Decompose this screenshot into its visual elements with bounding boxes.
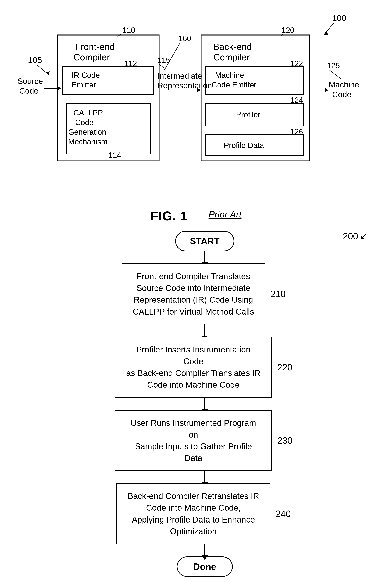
svg-text:Profile Data: Profile Data	[224, 141, 264, 150]
step-220-row: Profiler Inserts Instrumentation Code as…	[115, 337, 295, 398]
step-240-box: Back-end Compiler Retranslates IR Code i…	[116, 483, 270, 544]
svg-text:Code: Code	[19, 86, 38, 95]
svg-marker-2	[324, 31, 328, 35]
step-210-box: Front-end Compiler Translates Source Cod…	[122, 263, 266, 324]
fig2-container: 200 ↙ START Front-end Compiler Translate…	[14, 231, 378, 582]
ref-220: 220	[277, 362, 295, 372]
svg-marker-49	[325, 88, 328, 92]
step-240-text: Back-end Compiler Retranslates IR Code i…	[128, 491, 259, 536]
step-210-row: Front-end Compiler Translates Source Cod…	[122, 263, 288, 324]
svg-text:Machine: Machine	[329, 80, 359, 89]
svg-line-4	[37, 65, 47, 74]
svg-text:Machine: Machine	[215, 71, 244, 80]
svg-text:Code Emitter: Code Emitter	[212, 81, 256, 89]
step-240-row: Back-end Compiler Retranslates IR Code i…	[116, 483, 293, 544]
ref-240: 240	[276, 508, 293, 519]
svg-line-1	[325, 23, 334, 33]
start-node: START	[175, 231, 234, 251]
svg-text:125: 125	[327, 61, 340, 70]
svg-text:160: 160	[178, 34, 191, 43]
step-230-box: User Runs Instrumented Program on Sample…	[115, 410, 272, 471]
page: 100 105 Source Code 110 Front-end Compil…	[0, 0, 392, 582]
step-230-text: User Runs Instrumented Program on Sample…	[130, 418, 256, 463]
svg-text:126: 126	[290, 127, 303, 136]
arrow-3	[204, 398, 205, 410]
ref-210: 210	[270, 289, 288, 299]
svg-text:112: 112	[124, 59, 137, 68]
svg-text:Emitter: Emitter	[72, 81, 96, 89]
svg-text:Compiler: Compiler	[74, 52, 110, 62]
step-230-row: User Runs Instrumented Program on Sample…	[115, 410, 295, 471]
svg-text:Representation: Representation	[157, 81, 212, 90]
step-220-text: Profiler Inserts Instrumentation Code as…	[126, 345, 260, 390]
svg-text:120: 120	[282, 26, 294, 35]
fig1-label: FIG. 1	[150, 209, 188, 223]
svg-text:105: 105	[28, 56, 42, 65]
arrow-1	[204, 251, 205, 263]
arrow-2	[204, 324, 205, 337]
fig1-container: 100 105 Source Code 110 Front-end Compil…	[14, 11, 378, 220]
start-label: START	[190, 236, 220, 246]
svg-text:Code: Code	[75, 118, 94, 127]
fig1-svg: 100 105 Source Code 110 Front-end Compil…	[14, 11, 378, 203]
svg-text:Source: Source	[18, 77, 43, 86]
ref-230: 230	[277, 435, 295, 446]
svg-text:Code: Code	[332, 90, 352, 99]
svg-text:Profiler: Profiler	[236, 110, 260, 119]
svg-text:114: 114	[108, 151, 121, 159]
arrow-5	[204, 544, 205, 556]
arrow-4	[204, 471, 205, 483]
step-220-box: Profiler Inserts Instrumentation Code as…	[115, 337, 272, 398]
step-210-text: Front-end Compiler Translates Source Cod…	[133, 272, 254, 316]
svg-text:Mechanism: Mechanism	[68, 137, 108, 146]
fig1-prior-art: Prior Art	[208, 209, 242, 220]
svg-text:122: 122	[290, 59, 303, 68]
done-label: Done	[194, 561, 216, 572]
svg-text:100: 100	[332, 14, 346, 23]
svg-text:124: 124	[290, 96, 303, 105]
svg-text:Intermediate: Intermediate	[157, 71, 202, 81]
svg-text:110: 110	[122, 26, 135, 35]
svg-text:IR Code: IR Code	[72, 71, 100, 80]
flowchart: START Front-end Compiler Translates Sour…	[14, 231, 378, 577]
svg-line-26	[159, 64, 164, 68]
svg-line-51	[329, 70, 341, 79]
svg-text:Generation: Generation	[68, 128, 106, 136]
svg-text:Front-end: Front-end	[75, 42, 114, 52]
svg-text:Back-end: Back-end	[213, 42, 252, 52]
fig1-footer: FIG. 1 Prior Art	[14, 205, 378, 223]
svg-text:CALLPP: CALLPP	[74, 109, 103, 117]
svg-text:Compiler: Compiler	[213, 52, 250, 62]
